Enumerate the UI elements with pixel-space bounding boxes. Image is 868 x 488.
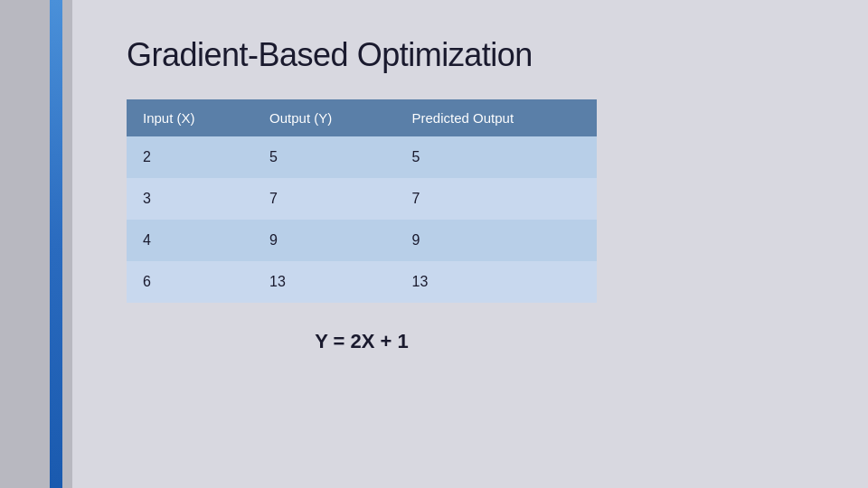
- cell-input: 3: [127, 178, 253, 220]
- cell-predicted: 5: [396, 136, 597, 178]
- blue-accent-bar: [50, 0, 62, 488]
- cell-output: 13: [253, 261, 396, 303]
- table-row: 61313: [127, 261, 597, 303]
- data-table: Input (X) Output (Y) Predicted Output 25…: [127, 99, 597, 303]
- cell-predicted: 7: [396, 178, 597, 220]
- table-header-row: Input (X) Output (Y) Predicted Output: [127, 99, 597, 136]
- col-header-input: Input (X): [127, 99, 253, 136]
- cell-output: 7: [253, 178, 396, 220]
- cell-output: 5: [253, 136, 396, 178]
- cell-predicted: 13: [396, 261, 597, 303]
- cell-output: 9: [253, 220, 396, 261]
- cell-predicted: 9: [396, 220, 597, 261]
- table-row: 377: [127, 178, 597, 220]
- cell-input: 6: [127, 261, 253, 303]
- cell-input: 4: [127, 220, 253, 261]
- left-panel: [0, 0, 72, 488]
- page-title: Gradient-Based Optimization: [127, 36, 814, 74]
- table-row: 255: [127, 136, 597, 178]
- col-header-predicted: Predicted Output: [396, 99, 597, 136]
- cell-input: 2: [127, 136, 253, 178]
- main-content: Gradient-Based Optimization Input (X) Ou…: [72, 0, 868, 488]
- formula-display: Y = 2X + 1: [127, 330, 597, 353]
- col-header-output: Output (Y): [253, 99, 396, 136]
- table-row: 499: [127, 220, 597, 261]
